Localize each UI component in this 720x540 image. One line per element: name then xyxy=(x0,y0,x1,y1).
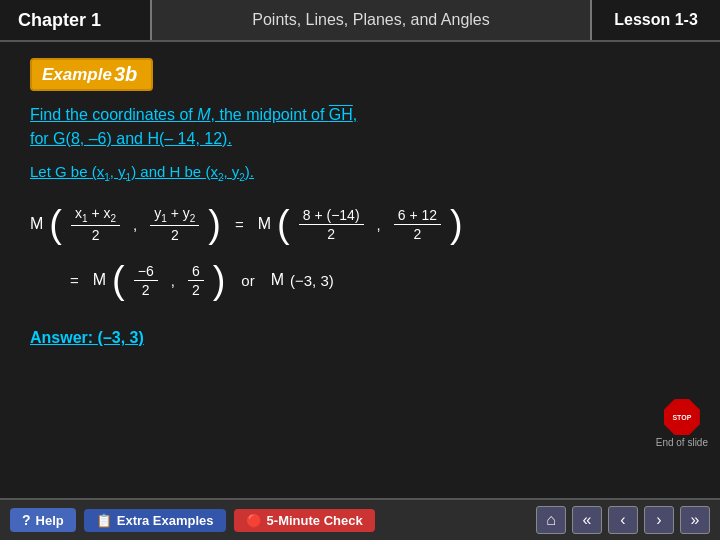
frac-nums-y-numer: 6 + 12 xyxy=(394,207,441,225)
close-paren-3: ) xyxy=(213,261,226,299)
m-symbol-2: M xyxy=(258,215,271,233)
screen: Chapter 1 Points, Lines, Planes, and Ang… xyxy=(0,0,720,540)
let-statement: Let G be (x1, y1) and H be (x2, y2). xyxy=(30,163,690,183)
content-wrapper: Example 3b Find the coordinates of M, th… xyxy=(0,42,720,498)
extra-icon: 📋 xyxy=(96,513,112,528)
frac-y: y1 + y2 2 xyxy=(150,205,199,243)
frac-nums-x-numer: 8 + (−14) xyxy=(299,207,364,225)
frac-x: x1 + x2 2 xyxy=(71,205,120,243)
open-paren-2: ( xyxy=(277,205,290,243)
or-text: or xyxy=(241,272,254,289)
problem-line2: for G(8, –6) and H(– 14, 12). xyxy=(30,127,690,151)
check-label: 5-Minute Check xyxy=(267,513,363,528)
frac-result-x-denom: 2 xyxy=(138,281,154,298)
back-double-button[interactable]: « xyxy=(572,506,602,534)
five-minute-check-button[interactable]: 🔴 5-Minute Check xyxy=(234,509,375,532)
equals-2: = xyxy=(70,272,79,289)
main-content: Example 3b Find the coordinates of M, th… xyxy=(0,42,720,498)
answer: Answer: (–3, 3) xyxy=(30,329,690,347)
extra-label: Extra Examples xyxy=(117,513,214,528)
open-paren-3: ( xyxy=(112,261,125,299)
comma-3: , xyxy=(171,272,175,289)
math-row-2: = M ( −6 2 , 6 2 ) or M (−3, 3) xyxy=(30,261,690,299)
home-button[interactable]: ⌂ xyxy=(536,506,566,534)
segment-gh: GH xyxy=(329,106,353,123)
frac-result-x-numer: −6 xyxy=(134,263,158,281)
m-symbol-4: M xyxy=(271,271,284,289)
forward-single-icon: › xyxy=(656,511,661,529)
frac-result-y-denom: 2 xyxy=(188,281,204,298)
close-paren-2: ) xyxy=(450,205,463,243)
frac-nums-y-denom: 2 xyxy=(410,225,426,242)
stop-area: STOP End of slide xyxy=(656,399,708,448)
example-label-container: Example 3b xyxy=(30,58,690,91)
example-number: 3b xyxy=(114,63,137,86)
frac-nums-y: 6 + 12 2 xyxy=(394,207,441,242)
extra-examples-button[interactable]: 📋 Extra Examples xyxy=(84,509,226,532)
footer: ? Help 📋 Extra Examples 🔴 5-Minute Check… xyxy=(0,498,720,540)
back-single-button[interactable]: ‹ xyxy=(608,506,638,534)
footer-left: ? Help 📋 Extra Examples 🔴 5-Minute Check xyxy=(10,508,375,532)
stop-sign: STOP xyxy=(664,399,700,435)
check-icon: 🔴 xyxy=(246,513,262,528)
example-label: Example 3b xyxy=(30,58,153,91)
math-row-1: M ( x1 + x2 2 , y1 + y2 2 ) = M ( xyxy=(30,205,690,243)
footer-right: ⌂ « ‹ › » xyxy=(536,506,710,534)
frac-nums-x-denom: 2 xyxy=(323,225,339,242)
help-icon: ? xyxy=(22,512,31,528)
chapter-label: Chapter 1 xyxy=(18,10,101,31)
stop-label: STOP xyxy=(672,414,691,421)
final-coords: (−3, 3) xyxy=(290,272,334,289)
frac-nums-x: 8 + (−14) 2 xyxy=(299,207,364,242)
frac-result-y-numer: 6 xyxy=(188,263,204,281)
math-area: M ( x1 + x2 2 , y1 + y2 2 ) = M ( xyxy=(30,195,690,309)
problem-text: Find the coordinates of M, the midpoint … xyxy=(30,103,690,151)
back-double-icon: « xyxy=(583,511,592,529)
header-title: Points, Lines, Planes, and Angles xyxy=(152,11,590,29)
close-paren-1: ) xyxy=(208,205,221,243)
forward-double-button[interactable]: » xyxy=(680,506,710,534)
frac-result-x: −6 2 xyxy=(134,263,158,298)
frac-x-denom: 2 xyxy=(88,226,104,243)
comma-1: , xyxy=(133,216,137,233)
back-single-icon: ‹ xyxy=(620,511,625,529)
frac-y-denom: 2 xyxy=(167,226,183,243)
m-symbol-1: M xyxy=(30,215,43,233)
forward-double-icon: » xyxy=(691,511,700,529)
open-paren-1: ( xyxy=(49,205,62,243)
header-lesson: Lesson 1-3 xyxy=(590,0,720,40)
problem-line1: Find the coordinates of M, the midpoint … xyxy=(30,103,690,127)
m-symbol-3: M xyxy=(93,271,106,289)
header: Chapter 1 Points, Lines, Planes, and Ang… xyxy=(0,0,720,42)
header-chapter: Chapter 1 xyxy=(0,0,152,40)
help-button[interactable]: ? Help xyxy=(10,508,76,532)
frac-result-y: 6 2 xyxy=(188,263,204,298)
frac-x-numer: x1 + x2 xyxy=(71,205,120,226)
end-of-slide: End of slide xyxy=(656,437,708,448)
help-label: Help xyxy=(36,513,64,528)
example-word: Example xyxy=(42,65,112,85)
forward-single-button[interactable]: › xyxy=(644,506,674,534)
equals-1: = xyxy=(235,216,244,233)
frac-y-numer: y1 + y2 xyxy=(150,205,199,226)
comma-2: , xyxy=(377,216,381,233)
home-icon: ⌂ xyxy=(546,511,556,529)
